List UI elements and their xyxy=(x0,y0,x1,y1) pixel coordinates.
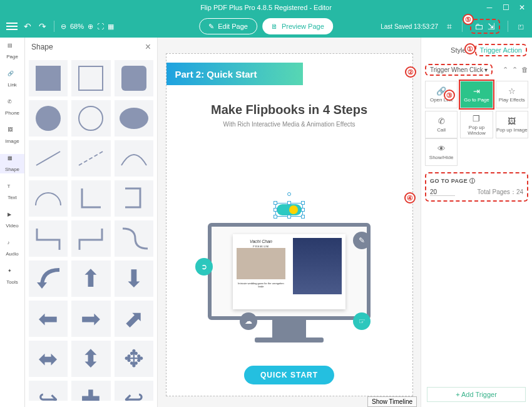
quick-start-button: QUICK START xyxy=(244,366,334,384)
rail-shape[interactable]: ▩Shape xyxy=(0,154,24,173)
undo-icon[interactable]: ↶ xyxy=(23,21,33,31)
audio-icon: ♪ xyxy=(8,240,18,250)
expand-up-icon[interactable]: ⌃ xyxy=(512,66,518,74)
menu-icon[interactable] xyxy=(6,23,18,30)
shape-arrow-upright[interactable]: ⬈ xyxy=(115,301,153,337)
phone-icon: ✆ xyxy=(8,99,18,109)
shape-arc[interactable] xyxy=(29,180,68,217)
tab-trigger-action[interactable]: Trigger Action xyxy=(475,44,527,56)
shape-arrow-bent-r[interactable]: ↪ xyxy=(29,381,68,401)
rail-tools[interactable]: ✦Tools xyxy=(0,267,24,286)
close-panel-icon[interactable]: × xyxy=(145,41,151,53)
video-icon: ▶ xyxy=(8,212,18,222)
trigger-play-effects[interactable]: ☆Play Effects xyxy=(496,81,528,108)
shape-panel-title: Shape xyxy=(31,43,53,51)
shape-bracket[interactable] xyxy=(115,180,153,217)
minimize-icon[interactable]: ─ xyxy=(486,4,493,11)
redo-icon[interactable]: ↷ xyxy=(38,21,48,31)
add-trigger-button[interactable]: + Add Trigger xyxy=(427,387,526,402)
shape-arrow-bent-l[interactable]: ↩ xyxy=(115,381,153,401)
zoom-in-icon[interactable]: ⊕ xyxy=(88,23,93,31)
call-icon: ✆ xyxy=(438,116,445,126)
shape-line[interactable] xyxy=(29,140,68,177)
shape-l[interactable] xyxy=(71,180,110,217)
callout-4: ④ xyxy=(404,192,416,204)
shape-arrow-up[interactable]: ⬆ xyxy=(71,260,110,297)
fit-icon[interactable]: ⛶ xyxy=(97,23,104,30)
page-canvas[interactable]: Part 2: Quick Start Make Flipbooks in 4 … xyxy=(166,53,413,396)
rail-video[interactable]: ▶Video xyxy=(0,210,24,230)
shape-arrow-curve-l[interactable] xyxy=(29,260,68,297)
shape-arrow-left[interactable]: ⬅ xyxy=(29,301,68,337)
tab-style[interactable]: Style xyxy=(451,46,466,54)
maximize-icon[interactable]: ☐ xyxy=(502,4,509,11)
assets-icon[interactable]: ⌗ xyxy=(444,21,454,31)
preview-page-button[interactable]: 🗎 Preview Page xyxy=(262,18,333,34)
goto-icon: ⇥ xyxy=(473,86,480,96)
shape-arrow-4fill[interactable]: ✚ xyxy=(71,381,110,401)
shape-scurve[interactable] xyxy=(115,220,153,257)
shape-arrow-right[interactable]: ➡ xyxy=(71,301,110,337)
rail-audio[interactable]: ♪Audio xyxy=(0,239,24,258)
selected-shape[interactable] xyxy=(277,204,302,215)
rail-phone[interactable]: ✆Phone xyxy=(0,98,24,117)
shape-step1[interactable] xyxy=(29,220,68,257)
last-saved: Last Saved 13:53:27 xyxy=(381,23,438,30)
shape-icon: ▩ xyxy=(8,155,18,165)
edit-fab-icon: ✎ xyxy=(353,232,371,249)
page-subheading: With Rich Interactive Media & Animation … xyxy=(166,121,412,128)
shape-grid: ⬆ ⬇ ⬅ ➡ ⬈ ⬌ ⬍ ✥ ↪ ✚ ↩ xyxy=(25,56,157,401)
upload-icon: ☁ xyxy=(240,312,257,330)
delete-icon[interactable]: 🗑 xyxy=(521,66,528,74)
rail-link[interactable]: 🔗Link xyxy=(0,70,24,89)
shape-step2[interactable] xyxy=(71,220,110,257)
rotate-handle[interactable] xyxy=(287,192,291,196)
shape-square-fill[interactable] xyxy=(29,60,68,96)
trigger-show-hide[interactable]: 👁Show/Hide xyxy=(425,138,458,166)
exit-icon[interactable]: ⏍ xyxy=(516,21,526,31)
shape-arrow-down[interactable]: ⬇ xyxy=(115,260,153,297)
shape-line-dash[interactable] xyxy=(71,140,110,177)
shape-curve[interactable] xyxy=(115,140,153,177)
trigger-popup-image[interactable]: 🖼Pop up Image xyxy=(496,111,528,138)
zoom-out-icon[interactable]: ⊖ xyxy=(61,23,66,31)
rail-text[interactable]: TText xyxy=(0,182,24,202)
trigger-when-dropdown[interactable]: Trigger When Click ▾ xyxy=(425,64,493,76)
shape-arrow-leftright[interactable]: ⬌ xyxy=(29,341,68,377)
save-icon[interactable]: 🗀 xyxy=(474,21,484,31)
pencil-icon: ✎ xyxy=(208,23,214,31)
shape-arrow-updown[interactable]: ⬍ xyxy=(71,341,110,377)
goto-page-input[interactable] xyxy=(430,188,455,196)
trigger-call[interactable]: ✆Call xyxy=(425,111,458,138)
tools-icon: ✦ xyxy=(8,268,18,278)
close-icon[interactable]: ✕ xyxy=(518,4,526,11)
shape-panel: Shape × ⬆ ⬇ ⬅ ➡ ⬈ ⬌ ⬍ ✥ xyxy=(25,38,158,407)
shape-square-outline[interactable] xyxy=(71,60,110,96)
rail-image[interactable]: 🖼Image xyxy=(0,126,24,145)
separator xyxy=(54,21,54,32)
show-timeline-button[interactable]: Show Timeline xyxy=(367,396,417,407)
shape-circle-outline[interactable] xyxy=(71,100,110,137)
export-icon[interactable]: ⇲ xyxy=(486,21,496,31)
rail-page[interactable]: ▤Page xyxy=(0,41,24,61)
edit-page-button[interactable]: ✎ Edit Page xyxy=(199,18,257,34)
total-pages: Total Pages：24 xyxy=(478,188,523,197)
goto-page-section: GO TO PAGE ⓘ Total Pages：24 xyxy=(425,172,528,202)
app-title: Flip PDF Plus Pro 4.8.5 Registered - Edi… xyxy=(200,4,332,11)
callout-5: ⑤ xyxy=(463,14,474,25)
grid-icon[interactable]: ▦ xyxy=(108,23,114,31)
collapse-icon[interactable]: ⌃ xyxy=(503,66,508,74)
info-icon[interactable]: ⓘ xyxy=(469,178,475,184)
shape-square-round[interactable] xyxy=(115,60,153,96)
zoom-controls: ⊖ 68% ⊕ ⛶ ▦ xyxy=(61,23,114,31)
titlebar: Flip PDF Plus Pro 4.8.5 Registered - Edi… xyxy=(0,0,532,15)
callout-1: ① xyxy=(464,43,476,54)
shape-arrow-4way[interactable]: ✥ xyxy=(115,341,153,377)
monitor-illustration: Vachi Chan PREMIUM Intricate wedding gow… xyxy=(208,223,371,343)
banner: Part 2: Quick Start xyxy=(166,63,303,85)
zoom-value: 68% xyxy=(70,23,84,30)
shape-ellipse[interactable] xyxy=(115,100,153,137)
trigger-go-to-page[interactable]: ⇥Go to Page xyxy=(460,81,493,108)
shape-circle-fill[interactable] xyxy=(29,100,68,137)
trigger-popup-window[interactable]: ❐Pop up Window xyxy=(460,111,493,138)
